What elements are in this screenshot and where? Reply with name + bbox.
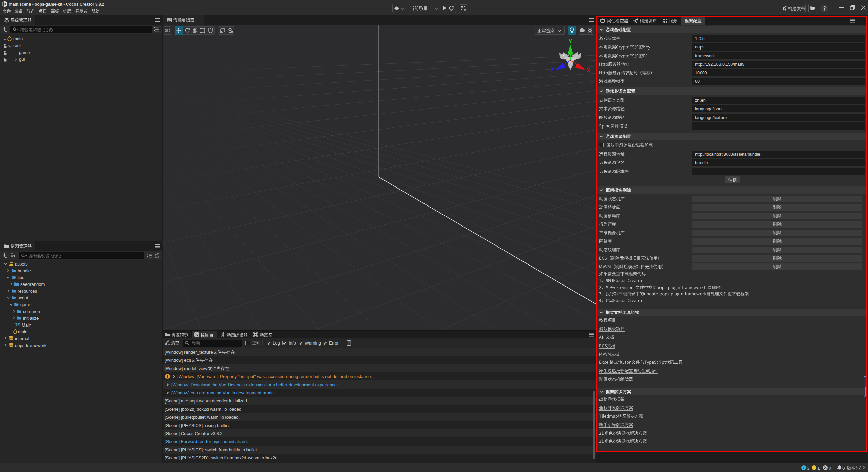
svg-text:Z: Z <box>551 67 554 73</box>
svg-text:i: i <box>803 466 804 470</box>
svg-text:Y: Y <box>569 39 572 44</box>
svg-text:X: X <box>587 67 590 73</box>
